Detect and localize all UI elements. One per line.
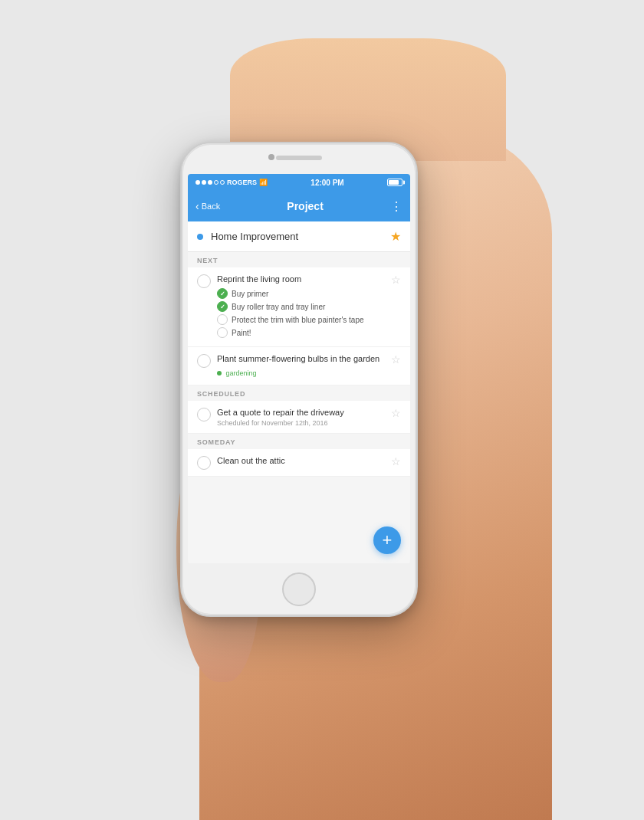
subtask-item: Buy roller tray and tray liner (217, 301, 385, 312)
project-star-icon[interactable]: ★ (390, 229, 401, 244)
nav-title: Project (220, 200, 390, 212)
task-checkbox[interactable] (197, 408, 211, 421)
project-header: Home Improvement ★ (188, 221, 410, 252)
tag-text: gardening (226, 369, 257, 377)
task-checkbox[interactable] (197, 354, 211, 368)
list-item: Clean out the attic ☆ (188, 449, 410, 477)
battery-fill (389, 180, 399, 185)
signal-dots (196, 180, 225, 185)
signal-dot-4 (214, 180, 219, 185)
add-task-button[interactable]: + (373, 526, 401, 554)
scheduled-text: Scheduled for November 12th, 2016 (217, 419, 385, 427)
phone-camera (268, 154, 274, 160)
status-left: ROGERS 📶 (196, 179, 268, 186)
subtask-text: Buy primer (232, 290, 268, 298)
subtask-checkbox[interactable] (217, 314, 228, 325)
subtask-item: Paint! (217, 327, 385, 338)
carrier-label: ROGERS (227, 179, 257, 186)
status-bar: ROGERS 📶 12:00 PM (188, 174, 410, 191)
subtask-item: Buy primer (217, 288, 385, 299)
section-scheduled-header: SCHEDULED (188, 385, 410, 401)
task-content: Plant summer-flowering bulbs in the gard… (217, 353, 385, 378)
battery-icon (387, 179, 402, 186)
chevron-left-icon: ‹ (196, 200, 199, 212)
task-star-icon[interactable]: ☆ (391, 353, 401, 366)
task-row: Plant summer-flowering bulbs in the gard… (197, 353, 401, 378)
project-dot (197, 234, 203, 240)
list-item: Reprint the living room Buy primer Buy r… (188, 267, 410, 347)
signal-dot-3 (208, 180, 212, 185)
task-tag: gardening (217, 369, 257, 377)
phone: ROGERS 📶 12:00 PM ‹ Back (180, 142, 418, 617)
more-menu-button[interactable]: ⋮ (390, 199, 402, 214)
subtask-checkbox[interactable] (217, 327, 228, 338)
screen: ROGERS 📶 12:00 PM ‹ Back (188, 174, 410, 563)
task-row: Clean out the attic ☆ (197, 455, 401, 470)
subtask-checkbox[interactable] (217, 301, 228, 312)
task-row: Get a quote to repair the driveway Sched… (197, 407, 401, 427)
section-next-header: NEXT (188, 252, 410, 267)
subtask-item: Protect the trim with blue painter's tap… (217, 314, 385, 325)
task-content: Reprint the living room Buy primer Buy r… (217, 274, 385, 340)
subtask-text: Protect the trim with blue painter's tap… (232, 316, 364, 324)
back-button[interactable]: ‹ Back (196, 200, 220, 212)
content-area: NEXT Reprint the living room B (188, 252, 410, 563)
task-title: Plant summer-flowering bulbs in the gard… (217, 353, 385, 364)
wifi-icon: 📶 (259, 179, 268, 186)
subtask-text: Buy roller tray and tray liner (232, 303, 325, 311)
back-label: Back (202, 202, 220, 211)
project-name: Home Improvement (211, 231, 390, 242)
signal-dot-2 (202, 180, 206, 185)
nav-bar: ‹ Back Project ⋮ (188, 191, 410, 221)
subtask-text: Paint! (232, 329, 251, 337)
section-someday-header: SOMEDAY (188, 434, 410, 449)
task-checkbox[interactable] (197, 274, 211, 288)
list-item: Get a quote to repair the driveway Sched… (188, 401, 410, 434)
subtask-list: Buy primer Buy roller tray and tray line… (217, 288, 385, 338)
task-content: Get a quote to repair the driveway Sched… (217, 407, 385, 427)
task-star-icon[interactable]: ☆ (391, 407, 401, 419)
home-button[interactable] (282, 572, 316, 606)
task-title: Reprint the living room (217, 274, 385, 284)
task-star-icon[interactable]: ☆ (391, 455, 401, 467)
task-row: Reprint the living room Buy primer Buy r… (197, 274, 401, 340)
signal-dot-5 (220, 180, 225, 185)
list-item: Plant summer-flowering bulbs in the gard… (188, 347, 410, 385)
time-display: 12:00 PM (310, 179, 343, 187)
task-content: Clean out the attic (217, 455, 385, 466)
task-title: Get a quote to repair the driveway (217, 407, 385, 418)
signal-dot-1 (196, 180, 200, 185)
task-star-icon[interactable]: ☆ (391, 274, 401, 286)
battery-area (387, 179, 402, 186)
subtask-checkbox[interactable] (217, 288, 228, 299)
task-title: Clean out the attic (217, 455, 385, 466)
task-checkbox[interactable] (197, 456, 211, 470)
tag-dot (217, 371, 222, 376)
scene: ROGERS 📶 12:00 PM ‹ Back (0, 0, 644, 820)
